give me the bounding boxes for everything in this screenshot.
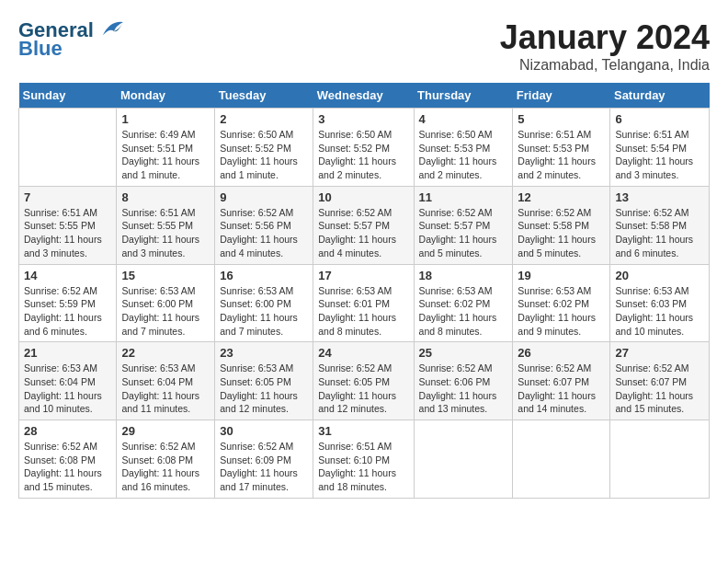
location-subtitle: Nizamabad, Telangana, India xyxy=(500,57,710,74)
day-number: 29 xyxy=(121,424,210,438)
calendar-week-row: 28Sunrise: 6:52 AM Sunset: 6:08 PM Dayli… xyxy=(19,420,710,499)
calendar-table: SundayMondayTuesdayWednesdayThursdayFrid… xyxy=(18,83,710,499)
day-number: 8 xyxy=(121,190,210,204)
day-info: Sunrise: 6:52 AM Sunset: 6:08 PM Dayligh… xyxy=(24,440,111,494)
calendar-cell: 1Sunrise: 6:49 AM Sunset: 5:51 PM Daylig… xyxy=(117,109,215,187)
day-info: Sunrise: 6:53 AM Sunset: 6:00 PM Dayligh… xyxy=(121,284,210,339)
day-info: Sunrise: 6:52 AM Sunset: 5:58 PM Dayligh… xyxy=(518,206,605,260)
day-info: Sunrise: 6:52 AM Sunset: 5:59 PM Dayligh… xyxy=(24,284,111,339)
calendar-cell: 27Sunrise: 6:52 AM Sunset: 6:07 PM Dayli… xyxy=(610,342,710,420)
calendar-header-row: SundayMondayTuesdayWednesdayThursdayFrid… xyxy=(19,83,710,109)
header-sunday: Sunday xyxy=(19,83,117,109)
day-info: Sunrise: 6:52 AM Sunset: 5:56 PM Dayligh… xyxy=(220,206,308,260)
day-number: 16 xyxy=(220,269,308,282)
day-number: 18 xyxy=(419,269,508,282)
day-number: 26 xyxy=(518,346,605,360)
header-monday: Monday xyxy=(117,83,215,109)
day-number: 31 xyxy=(318,424,408,438)
calendar-cell: 14Sunrise: 6:52 AM Sunset: 5:59 PM Dayli… xyxy=(19,264,117,342)
day-number: 10 xyxy=(318,190,408,204)
calendar-cell: 24Sunrise: 6:52 AM Sunset: 6:05 PM Dayli… xyxy=(313,342,414,420)
calendar-cell: 5Sunrise: 6:51 AM Sunset: 5:53 PM Daylig… xyxy=(513,109,610,187)
header-thursday: Thursday xyxy=(414,83,513,109)
day-number: 23 xyxy=(220,346,308,360)
day-number: 7 xyxy=(24,190,111,204)
calendar-cell: 17Sunrise: 6:53 AM Sunset: 6:01 PM Dayli… xyxy=(313,264,414,342)
day-info: Sunrise: 6:51 AM Sunset: 5:54 PM Dayligh… xyxy=(615,128,704,182)
calendar-cell: 11Sunrise: 6:52 AM Sunset: 5:57 PM Dayli… xyxy=(414,186,513,264)
calendar-body: 1Sunrise: 6:49 AM Sunset: 5:51 PM Daylig… xyxy=(19,109,710,499)
day-info: Sunrise: 6:53 AM Sunset: 6:02 PM Dayligh… xyxy=(518,284,605,339)
day-info: Sunrise: 6:52 AM Sunset: 6:09 PM Dayligh… xyxy=(220,440,308,494)
header-saturday: Saturday xyxy=(610,83,710,109)
calendar-cell: 9Sunrise: 6:52 AM Sunset: 5:56 PM Daylig… xyxy=(215,186,313,264)
calendar-cell: 20Sunrise: 6:53 AM Sunset: 6:03 PM Dayli… xyxy=(610,264,710,342)
title-block: January 2024 Nizamabad, Telangana, India xyxy=(500,18,710,74)
day-info: Sunrise: 6:51 AM Sunset: 5:55 PM Dayligh… xyxy=(24,206,111,260)
day-info: Sunrise: 6:53 AM Sunset: 6:01 PM Dayligh… xyxy=(318,284,408,339)
day-number: 25 xyxy=(419,346,508,360)
calendar-cell: 3Sunrise: 6:50 AM Sunset: 5:52 PM Daylig… xyxy=(313,109,414,187)
day-number: 3 xyxy=(318,112,408,126)
day-number: 28 xyxy=(24,424,111,438)
calendar-cell: 19Sunrise: 6:53 AM Sunset: 6:02 PM Dayli… xyxy=(513,264,610,342)
calendar-cell: 21Sunrise: 6:53 AM Sunset: 6:04 PM Dayli… xyxy=(19,342,117,420)
calendar-cell: 16Sunrise: 6:53 AM Sunset: 6:00 PM Dayli… xyxy=(215,264,313,342)
day-info: Sunrise: 6:52 AM Sunset: 6:07 PM Dayligh… xyxy=(615,362,704,416)
calendar-cell: 15Sunrise: 6:53 AM Sunset: 6:00 PM Dayli… xyxy=(117,264,215,342)
day-number: 21 xyxy=(24,346,111,360)
calendar-week-row: 21Sunrise: 6:53 AM Sunset: 6:04 PM Dayli… xyxy=(19,342,710,420)
calendar-cell xyxy=(414,420,513,499)
calendar-cell: 26Sunrise: 6:52 AM Sunset: 6:07 PM Dayli… xyxy=(513,342,610,420)
day-number: 1 xyxy=(121,112,210,126)
day-number: 11 xyxy=(419,190,508,204)
calendar-cell: 23Sunrise: 6:53 AM Sunset: 6:05 PM Dayli… xyxy=(215,342,313,420)
month-title: January 2024 xyxy=(500,18,710,57)
day-info: Sunrise: 6:52 AM Sunset: 5:57 PM Dayligh… xyxy=(419,206,508,260)
calendar-cell: 12Sunrise: 6:52 AM Sunset: 5:58 PM Dayli… xyxy=(513,186,610,264)
header-tuesday: Tuesday xyxy=(215,83,313,109)
calendar-week-row: 1Sunrise: 6:49 AM Sunset: 5:51 PM Daylig… xyxy=(19,109,710,187)
day-info: Sunrise: 6:50 AM Sunset: 5:52 PM Dayligh… xyxy=(220,128,308,182)
calendar-cell: 30Sunrise: 6:52 AM Sunset: 6:09 PM Dayli… xyxy=(215,420,313,499)
calendar-cell xyxy=(19,109,117,187)
day-info: Sunrise: 6:52 AM Sunset: 5:57 PM Dayligh… xyxy=(318,206,408,260)
day-number: 2 xyxy=(220,112,308,126)
day-info: Sunrise: 6:51 AM Sunset: 6:10 PM Dayligh… xyxy=(318,440,408,494)
logo: General Blue xyxy=(18,18,125,61)
day-number: 4 xyxy=(419,112,508,126)
calendar-week-row: 14Sunrise: 6:52 AM Sunset: 5:59 PM Dayli… xyxy=(19,264,710,342)
calendar-cell: 6Sunrise: 6:51 AM Sunset: 5:54 PM Daylig… xyxy=(610,109,710,187)
logo-blue: Blue xyxy=(18,37,63,61)
day-number: 9 xyxy=(220,190,308,204)
calendar-cell: 18Sunrise: 6:53 AM Sunset: 6:02 PM Dayli… xyxy=(414,264,513,342)
page-header: General Blue January 2024 Nizamabad, Tel… xyxy=(18,18,710,74)
day-info: Sunrise: 6:51 AM Sunset: 5:55 PM Dayligh… xyxy=(121,206,210,260)
day-info: Sunrise: 6:50 AM Sunset: 5:52 PM Dayligh… xyxy=(318,128,408,182)
calendar-cell: 13Sunrise: 6:52 AM Sunset: 5:58 PM Dayli… xyxy=(610,186,710,264)
calendar-cell: 29Sunrise: 6:52 AM Sunset: 6:08 PM Dayli… xyxy=(117,420,215,499)
calendar-cell: 10Sunrise: 6:52 AM Sunset: 5:57 PM Dayli… xyxy=(313,186,414,264)
day-info: Sunrise: 6:52 AM Sunset: 6:08 PM Dayligh… xyxy=(121,440,210,494)
day-info: Sunrise: 6:53 AM Sunset: 6:05 PM Dayligh… xyxy=(220,362,308,416)
day-number: 13 xyxy=(615,190,704,204)
day-number: 5 xyxy=(518,112,605,126)
calendar-week-row: 7Sunrise: 6:51 AM Sunset: 5:55 PM Daylig… xyxy=(19,186,710,264)
day-number: 27 xyxy=(615,346,704,360)
day-number: 22 xyxy=(121,346,210,360)
day-info: Sunrise: 6:49 AM Sunset: 5:51 PM Dayligh… xyxy=(121,128,210,182)
day-info: Sunrise: 6:53 AM Sunset: 6:02 PM Dayligh… xyxy=(419,284,508,339)
day-number: 24 xyxy=(318,346,408,360)
day-number: 12 xyxy=(518,190,605,204)
day-number: 15 xyxy=(121,269,210,282)
header-wednesday: Wednesday xyxy=(313,83,414,109)
day-info: Sunrise: 6:53 AM Sunset: 6:00 PM Dayligh… xyxy=(220,284,308,339)
calendar-cell: 2Sunrise: 6:50 AM Sunset: 5:52 PM Daylig… xyxy=(215,109,313,187)
day-info: Sunrise: 6:53 AM Sunset: 6:04 PM Dayligh… xyxy=(24,362,111,416)
calendar-cell: 28Sunrise: 6:52 AM Sunset: 6:08 PM Dayli… xyxy=(19,420,117,499)
day-number: 14 xyxy=(24,269,111,282)
calendar-cell: 31Sunrise: 6:51 AM Sunset: 6:10 PM Dayli… xyxy=(313,420,414,499)
day-info: Sunrise: 6:51 AM Sunset: 5:53 PM Dayligh… xyxy=(518,128,605,182)
calendar-cell: 7Sunrise: 6:51 AM Sunset: 5:55 PM Daylig… xyxy=(19,186,117,264)
day-number: 6 xyxy=(615,112,704,126)
